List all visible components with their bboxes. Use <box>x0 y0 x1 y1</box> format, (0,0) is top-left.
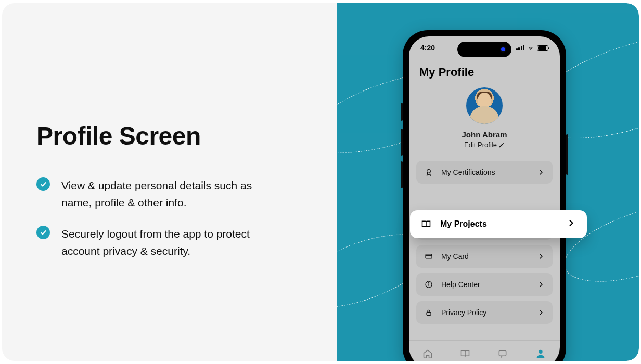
menu-item-label: Help Center <box>441 280 537 289</box>
bullet-item: View & update personal details such as n… <box>36 177 307 211</box>
menu-item-placeholder <box>416 189 553 212</box>
tab-home[interactable] <box>422 348 433 361</box>
chevron-right-icon <box>537 308 545 317</box>
phone-screen: 4:20 My Profile John Abram Edit Profile <box>409 36 560 361</box>
bullet-text: View & update personal details such as n… <box>61 177 285 211</box>
phone-side-button <box>401 161 403 188</box>
home-icon <box>422 348 433 359</box>
avatar[interactable] <box>466 87 503 124</box>
promo-card: Profile Screen View & update personal de… <box>2 3 639 361</box>
card-icon <box>424 252 434 261</box>
page-title: Profile Screen <box>36 122 307 150</box>
chevron-right-icon <box>537 252 545 261</box>
info-icon <box>424 280 434 289</box>
check-icon <box>36 226 50 239</box>
menu-item-my-projects[interactable]: My Projects <box>410 210 587 238</box>
profile-menu: My Certifications Saved Course <box>416 161 553 324</box>
screen-header: My Profile <box>416 63 553 84</box>
bottom-tabbar <box>409 340 560 361</box>
svg-rect-6 <box>427 312 431 315</box>
menu-item-label: My Card <box>441 252 537 261</box>
status-right <box>516 45 549 51</box>
bullet-item: Securely logout from the app to protect … <box>36 226 307 259</box>
bullet-text: Securely logout from the app to protect … <box>61 226 285 259</box>
phone-side-button <box>401 103 403 121</box>
tab-courses[interactable] <box>460 348 470 361</box>
svg-point-8 <box>539 349 542 353</box>
status-bar: 4:20 <box>409 44 560 52</box>
tab-profile[interactable] <box>535 348 546 361</box>
menu-item-label: My Projects <box>440 219 566 229</box>
battery-icon <box>537 45 548 51</box>
svg-rect-1 <box>426 254 432 258</box>
ribbon-icon <box>424 168 434 176</box>
menu-item-privacy-policy[interactable]: Privacy Policy <box>416 301 553 324</box>
chevron-right-icon <box>537 168 545 176</box>
cellular-icon <box>516 45 525 50</box>
menu-item-label: My Certifications <box>441 168 537 176</box>
book-open-icon <box>420 219 432 229</box>
bullet-list: View & update personal details such as n… <box>36 177 307 259</box>
menu-item-certifications[interactable]: My Certifications <box>416 161 553 184</box>
edit-profile-link[interactable]: Edit Profile <box>464 141 505 149</box>
left-column: Profile Screen View & update personal de… <box>36 122 307 274</box>
wifi-icon <box>527 45 534 51</box>
chevron-right-icon <box>537 280 545 289</box>
svg-rect-7 <box>499 350 506 356</box>
pencil-icon <box>498 142 505 148</box>
check-icon <box>36 177 50 191</box>
book-open-icon <box>460 348 470 359</box>
svg-point-0 <box>427 170 431 173</box>
menu-item-my-card[interactable]: My Card <box>416 245 553 268</box>
chevron-right-icon <box>566 218 576 230</box>
edit-profile-label: Edit Profile <box>464 141 497 149</box>
lock-icon <box>424 308 434 317</box>
phone-side-button <box>566 134 568 175</box>
phone-side-button <box>401 129 403 156</box>
menu-item-label: Privacy Policy <box>441 308 537 317</box>
svg-point-5 <box>428 283 429 283</box>
phone-mockup: 4:20 My Profile John Abram Edit Profile <box>403 30 566 361</box>
decoration-ellipse <box>555 187 639 297</box>
menu-item-help-center[interactable]: Help Center <box>416 273 553 296</box>
status-time: 4:20 <box>420 44 435 52</box>
tab-chat[interactable] <box>497 348 508 361</box>
person-icon <box>535 348 546 359</box>
user-name: John Abram <box>416 130 553 139</box>
profile-block: John Abram Edit Profile <box>416 84 553 157</box>
chat-icon <box>497 348 508 359</box>
